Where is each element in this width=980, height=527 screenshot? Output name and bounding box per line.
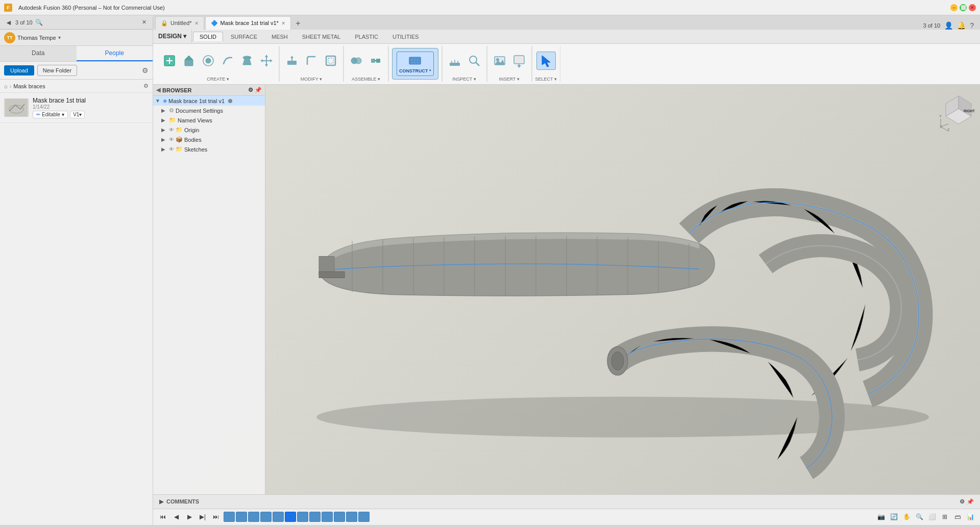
- timeline-next-btn[interactable]: ▶|: [197, 511, 208, 522]
- sketches-eye-icon[interactable]: 👁: [169, 146, 174, 152]
- browser-item-origin[interactable]: ▶ 👁 📁 Origin: [153, 125, 265, 135]
- breadcrumb-folder[interactable]: Mask braces: [13, 83, 45, 89]
- create-new-btn[interactable]: [160, 52, 179, 69]
- tl-item-9[interactable]: [322, 512, 333, 522]
- tl-item-4[interactable]: [260, 512, 272, 522]
- new-folder-button[interactable]: New Folder: [37, 65, 77, 76]
- nav-back-button[interactable]: ◄: [3, 17, 14, 28]
- browser-item-named-views[interactable]: ▶ 📁 Named Views: [153, 115, 265, 125]
- doc-tab-maskbrace[interactable]: 🔷 Mask brace 1st trial v1* ✕: [205, 16, 291, 30]
- insert-img-btn[interactable]: [491, 52, 509, 69]
- toolbar-tab-utilities[interactable]: UTILITIES: [386, 32, 425, 41]
- nav-close-button[interactable]: ✕: [138, 17, 150, 28]
- user-button[interactable]: TT Thomas Tempe ▾: [4, 32, 61, 43]
- joint-btn[interactable]: [347, 52, 365, 69]
- tl-item-6[interactable]: [285, 512, 296, 522]
- browser-pin-icon[interactable]: 📌: [255, 87, 262, 93]
- fillet-btn[interactable]: [302, 52, 321, 69]
- doc-tab-untitled[interactable]: 🔒 Untitled* ✕: [155, 16, 204, 30]
- tl-item-3[interactable]: [248, 512, 259, 522]
- insert2-btn[interactable]: [510, 52, 528, 69]
- browser-root-item[interactable]: ▼ ◈ Mask brace 1st trial v1: [153, 96, 265, 106]
- timeline-table-btn[interactable]: 📊: [965, 511, 976, 522]
- insert-label[interactable]: INSERT ▾: [499, 76, 519, 82]
- timeline-camera-btn[interactable]: 📷: [875, 511, 887, 522]
- tl-item-7[interactable]: [297, 512, 308, 522]
- select-label[interactable]: SELECT ▾: [535, 76, 557, 82]
- tl-item-1[interactable]: [224, 512, 235, 522]
- toolbar-tab-mesh[interactable]: MESH: [265, 32, 295, 41]
- notifications-icon[interactable]: 🔔: [957, 21, 966, 30]
- construct-btn[interactable]: CONSTRUCT *: [397, 52, 434, 76]
- timeline-cube-btn[interactable]: 🗃: [952, 511, 963, 522]
- bodies-eye-icon[interactable]: 👁: [169, 137, 174, 142]
- extrude-btn[interactable]: [180, 52, 198, 69]
- timeline-prev-btn[interactable]: ◀: [170, 511, 182, 522]
- new-tab-button[interactable]: +: [292, 17, 304, 30]
- joint2-btn[interactable]: [366, 52, 385, 69]
- tab-people[interactable]: People: [77, 46, 153, 61]
- timeline-zoomfit-btn[interactable]: ⬜: [926, 511, 938, 522]
- panel-settings-icon[interactable]: ⚙: [142, 66, 149, 74]
- comments-settings-icon[interactable]: ⚙: [960, 498, 965, 505]
- timeline-play-btn[interactable]: ▶: [184, 511, 195, 522]
- modify-label[interactable]: MODIFY ▾: [301, 76, 322, 82]
- inspect-label[interactable]: INSPECT ▾: [452, 76, 476, 82]
- tl-item-2[interactable]: [236, 512, 247, 522]
- model-area[interactable]: [265, 85, 980, 494]
- select-btn[interactable]: [536, 52, 556, 70]
- doc-tab-maskbrace-close[interactable]: ✕: [281, 20, 285, 26]
- inspect2-btn[interactable]: [465, 52, 483, 69]
- comments-expand-icon[interactable]: ▶: [159, 498, 163, 505]
- toolbar-tab-solid[interactable]: SOLID: [193, 32, 223, 41]
- move-btn[interactable]: [257, 52, 276, 69]
- revolve-btn[interactable]: [199, 52, 217, 69]
- home-icon[interactable]: ⌂: [4, 83, 8, 89]
- browser-item-bodies[interactable]: ▶ 👁 📦 Bodies: [153, 135, 265, 144]
- upload-button[interactable]: Upload: [4, 65, 34, 76]
- maximize-button[interactable]: ⬜: [960, 4, 967, 11]
- named-views-icon: 📁: [169, 117, 176, 123]
- measure-btn[interactable]: [446, 52, 464, 69]
- search-button[interactable]: 🔍: [34, 17, 45, 28]
- create-label[interactable]: CREATE ▾: [207, 76, 229, 82]
- tab-data[interactable]: Data: [0, 46, 77, 61]
- toolbar-tab-sheetmetal[interactable]: SHEET METAL: [296, 32, 347, 41]
- browser-item-sketches[interactable]: ▶ 👁 📁 Sketches: [153, 144, 265, 154]
- editable-badge[interactable]: ✏ Editable ▾: [33, 111, 68, 118]
- browser-collapse-button[interactable]: ◀: [156, 87, 160, 93]
- timeline-end-btn[interactable]: ⏭: [210, 511, 222, 522]
- browser-settings-icon[interactable]: ⚙: [248, 87, 253, 93]
- canvas-area[interactable]: ◀ BROWSER ⚙ 📌 ▼ ◈ Mask brace 1st trial v…: [153, 85, 980, 494]
- design-dropdown[interactable]: DESIGN ▾: [153, 30, 192, 43]
- timeline-orbit-btn[interactable]: 🔄: [888, 511, 899, 522]
- toolbar-tab-plastic[interactable]: PLASTIC: [348, 32, 385, 41]
- account-icon[interactable]: 👤: [944, 21, 953, 30]
- timeline-grid-btn[interactable]: ⊞: [939, 511, 950, 522]
- file-item[interactable]: Mask brace 1st trial 1/14/22 ✏ Editable …: [0, 93, 153, 123]
- help-icon[interactable]: ?: [970, 21, 974, 30]
- browser-item-document-settings[interactable]: ▶ ⚙ Document Settings: [153, 106, 265, 115]
- origin-eye-icon[interactable]: 👁: [169, 127, 174, 133]
- timeline-zoom-btn[interactable]: 🔍: [914, 511, 925, 522]
- assemble-label[interactable]: ASSEMBLE ▾: [352, 76, 380, 82]
- press-pull-btn[interactable]: [283, 52, 301, 69]
- tl-item-8[interactable]: [309, 512, 321, 522]
- version-badge[interactable]: V1▾: [70, 111, 85, 118]
- timeline-rewind-btn[interactable]: ⏮: [157, 511, 168, 522]
- timeline-pan-btn[interactable]: ✋: [901, 511, 912, 522]
- close-button[interactable]: ✕: [969, 4, 976, 11]
- comments-pin-icon[interactable]: 📌: [967, 498, 974, 505]
- breadcrumb-settings-icon[interactable]: ⚙: [143, 83, 149, 89]
- minimize-button[interactable]: –: [950, 4, 958, 11]
- doc-tab-untitled-close[interactable]: ✕: [194, 20, 199, 26]
- shell-btn[interactable]: [322, 52, 340, 69]
- tl-item-5[interactable]: [273, 512, 284, 522]
- tl-item-12[interactable]: [358, 512, 370, 522]
- loft-btn[interactable]: [238, 52, 256, 69]
- tl-item-10[interactable]: [334, 512, 345, 522]
- viewcube[interactable]: RIGHT X Y Z: [938, 91, 974, 127]
- toolbar-tab-surface[interactable]: SURFACE: [224, 32, 264, 41]
- sweep-btn[interactable]: [218, 52, 237, 69]
- tl-item-11[interactable]: [346, 512, 357, 522]
